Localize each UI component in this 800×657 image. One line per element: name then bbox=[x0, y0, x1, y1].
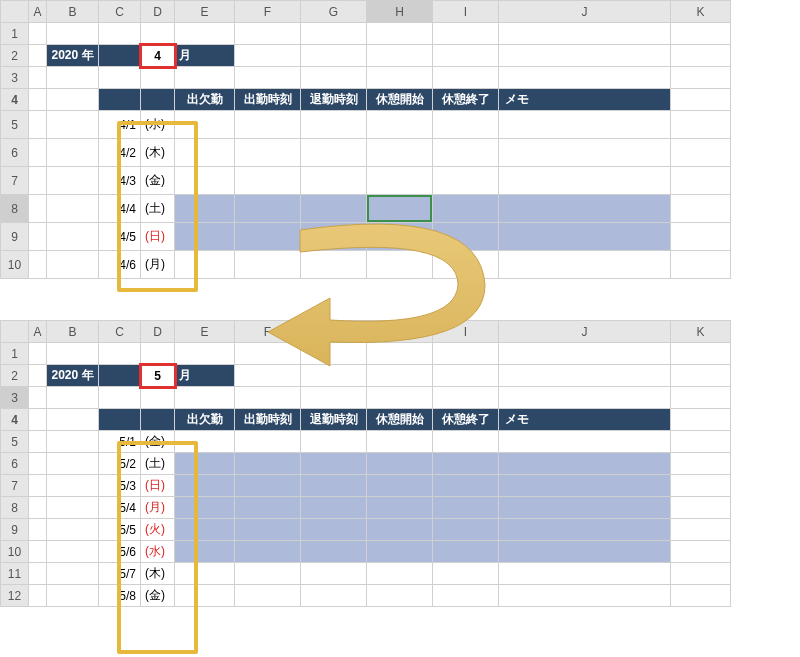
hdr-arrive[interactable]: 出勤時刻 bbox=[235, 409, 301, 431]
date-cell[interactable]: 4/1 bbox=[99, 111, 141, 139]
hdr-arrive[interactable]: 出勤時刻 bbox=[235, 89, 301, 111]
dow-cell[interactable]: (金) bbox=[141, 585, 175, 607]
cell[interactable] bbox=[301, 519, 367, 541]
cell[interactable] bbox=[499, 195, 671, 223]
row-header[interactable]: 12 bbox=[1, 585, 29, 607]
cell[interactable] bbox=[367, 453, 433, 475]
row-header[interactable]: 5 bbox=[1, 431, 29, 453]
col-D[interactable]: D bbox=[141, 1, 175, 23]
col-C[interactable]: C bbox=[99, 1, 141, 23]
row-header[interactable]: 2 bbox=[1, 365, 29, 387]
col-J[interactable]: J bbox=[499, 1, 671, 23]
hdr-attendance[interactable]: 出欠勤 bbox=[175, 409, 235, 431]
cell[interactable] bbox=[433, 475, 499, 497]
col-I[interactable]: I bbox=[433, 321, 499, 343]
year-cell[interactable]: 2020 年 bbox=[47, 45, 99, 67]
cell[interactable] bbox=[175, 497, 235, 519]
hdr-attendance[interactable]: 出欠勤 bbox=[175, 89, 235, 111]
cell[interactable] bbox=[433, 111, 499, 139]
dow-cell[interactable]: (木) bbox=[141, 139, 175, 167]
col-G[interactable]: G bbox=[301, 321, 367, 343]
row-header[interactable]: 8 bbox=[1, 195, 29, 223]
date-cell[interactable]: 5/4 bbox=[99, 497, 141, 519]
col-H[interactable]: H bbox=[367, 1, 433, 23]
row-header[interactable]: 7 bbox=[1, 167, 29, 195]
cell[interactable] bbox=[499, 563, 671, 585]
row-header[interactable]: 6 bbox=[1, 139, 29, 167]
select-all[interactable] bbox=[1, 321, 29, 343]
hdr-memo[interactable]: メモ bbox=[499, 89, 671, 111]
dow-cell[interactable]: (日) bbox=[141, 475, 175, 497]
dow-cell[interactable]: (日) bbox=[141, 223, 175, 251]
cell[interactable] bbox=[499, 251, 671, 279]
col-K[interactable]: K bbox=[671, 321, 731, 343]
cell[interactable] bbox=[433, 251, 499, 279]
cell[interactable] bbox=[367, 475, 433, 497]
hdr-leave[interactable]: 退勤時刻 bbox=[301, 409, 367, 431]
row-header[interactable]: 2 bbox=[1, 45, 29, 67]
cell[interactable] bbox=[367, 563, 433, 585]
cell[interactable] bbox=[367, 251, 433, 279]
date-cell[interactable]: 5/6 bbox=[99, 541, 141, 563]
cell[interactable] bbox=[175, 223, 235, 251]
cell[interactable] bbox=[367, 497, 433, 519]
cell[interactable] bbox=[499, 111, 671, 139]
date-cell[interactable]: 5/5 bbox=[99, 519, 141, 541]
grid-bottom[interactable]: A B C D E F G H I J K 1 2 2020 年 5 月 3 4… bbox=[0, 320, 731, 607]
cell[interactable] bbox=[433, 195, 499, 223]
row-header[interactable]: 4 bbox=[1, 89, 29, 111]
row-header[interactable]: 4 bbox=[1, 409, 29, 431]
row-header[interactable]: 1 bbox=[1, 23, 29, 45]
cell[interactable] bbox=[235, 497, 301, 519]
cell[interactable] bbox=[301, 111, 367, 139]
cell[interactable] bbox=[301, 497, 367, 519]
dow-cell[interactable]: (土) bbox=[141, 453, 175, 475]
cell[interactable] bbox=[235, 251, 301, 279]
cell[interactable] bbox=[367, 139, 433, 167]
cell[interactable] bbox=[301, 251, 367, 279]
col-B[interactable]: B bbox=[47, 321, 99, 343]
row-header[interactable]: 10 bbox=[1, 541, 29, 563]
cell[interactable] bbox=[433, 431, 499, 453]
cell[interactable] bbox=[175, 195, 235, 223]
cell[interactable] bbox=[301, 431, 367, 453]
select-all[interactable] bbox=[1, 1, 29, 23]
cell[interactable] bbox=[235, 111, 301, 139]
cell[interactable] bbox=[499, 431, 671, 453]
cell[interactable] bbox=[433, 167, 499, 195]
cell[interactable] bbox=[433, 541, 499, 563]
row-header[interactable]: 11 bbox=[1, 563, 29, 585]
month-cell[interactable]: 4 bbox=[141, 45, 175, 67]
row-header[interactable]: 3 bbox=[1, 387, 29, 409]
row-header[interactable]: 5 bbox=[1, 111, 29, 139]
dow-cell[interactable]: (金) bbox=[141, 167, 175, 195]
cell[interactable] bbox=[433, 453, 499, 475]
col-J[interactable]: J bbox=[499, 321, 671, 343]
cell[interactable] bbox=[175, 475, 235, 497]
dow-cell[interactable]: (土) bbox=[141, 195, 175, 223]
col-I[interactable]: I bbox=[433, 1, 499, 23]
cell[interactable] bbox=[235, 519, 301, 541]
cell[interactable] bbox=[433, 139, 499, 167]
dow-cell[interactable]: (木) bbox=[141, 563, 175, 585]
cell[interactable] bbox=[433, 497, 499, 519]
cell[interactable] bbox=[235, 195, 301, 223]
cell[interactable] bbox=[499, 497, 671, 519]
hdr-break-start[interactable]: 休憩開始 bbox=[367, 89, 433, 111]
cell[interactable] bbox=[175, 453, 235, 475]
cell[interactable] bbox=[175, 431, 235, 453]
date-cell[interactable]: 4/6 bbox=[99, 251, 141, 279]
cell[interactable] bbox=[175, 111, 235, 139]
year-cell[interactable]: 2020 年 bbox=[47, 365, 99, 387]
cell[interactable] bbox=[433, 223, 499, 251]
col-G[interactable]: G bbox=[301, 1, 367, 23]
col-C[interactable]: C bbox=[99, 321, 141, 343]
dow-cell[interactable]: (金) bbox=[141, 431, 175, 453]
col-H[interactable]: H bbox=[367, 321, 433, 343]
cell[interactable] bbox=[175, 167, 235, 195]
col-D[interactable]: D bbox=[141, 321, 175, 343]
cell[interactable] bbox=[175, 139, 235, 167]
cell[interactable] bbox=[499, 519, 671, 541]
cell[interactable] bbox=[235, 431, 301, 453]
col-E[interactable]: E bbox=[175, 321, 235, 343]
